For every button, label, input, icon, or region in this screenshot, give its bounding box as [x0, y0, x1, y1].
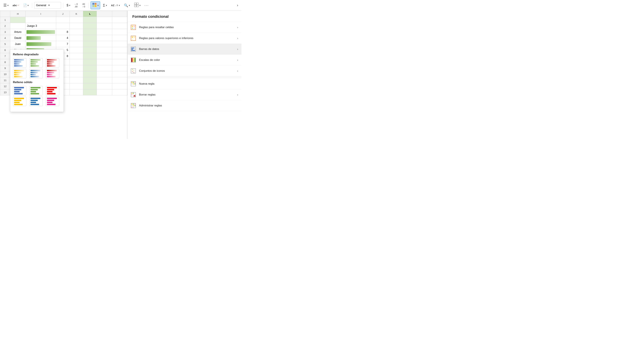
conditional-format-button[interactable] [90, 1, 100, 9]
svg-rect-21 [131, 50, 135, 51]
relleno-item-sol-blue[interactable] [13, 86, 26, 95]
cell-K5[interactable] [70, 41, 83, 47]
relleno-item-sol-pink[interactable] [46, 97, 59, 106]
search-button[interactable]: 🔍 [122, 2, 131, 8]
cell-N6[interactable] [112, 47, 127, 53]
relleno-item-deg-red[interactable] [46, 58, 59, 67]
value-cell-juan[interactable]: 7 [56, 41, 70, 47]
relleno-item-sol-blue2[interactable] [29, 97, 43, 106]
relleno-item-deg-pink[interactable] [46, 69, 59, 78]
cell-M7[interactable] [97, 53, 112, 59]
name-cell-david[interactable]: David [10, 35, 26, 41]
value-cell-david[interactable]: 4 [56, 35, 70, 41]
bar-cell-david[interactable] [26, 35, 56, 41]
cell-M3[interactable] [97, 29, 112, 35]
bar-preview-row [47, 100, 54, 101]
sigma-button[interactable] [102, 2, 108, 8]
cell-K2[interactable] [70, 23, 83, 29]
cell-K7[interactable] [70, 53, 83, 59]
formato-menu-item-nueva[interactable]: Nueva regla [128, 78, 242, 89]
cell-N4[interactable] [112, 35, 127, 41]
cell-L4[interactable] [83, 35, 97, 41]
cell-K3[interactable] [70, 29, 83, 35]
formato-menu-item-borrar[interactable]: Borrar reglas › [128, 89, 242, 100]
cell-M2[interactable] [97, 23, 112, 29]
cell-M5[interactable] [97, 41, 112, 47]
svg-rect-34 [131, 82, 132, 83]
cell-N7[interactable] [112, 53, 127, 59]
table-row: 5 Juan 7 [0, 41, 128, 47]
cell-L3[interactable] [83, 29, 97, 35]
col-header-H[interactable]: H [10, 11, 26, 17]
dollar-button[interactable] [65, 2, 72, 8]
formato-menu-item-resaltar[interactable]: Reglas para resaltar celdas › [128, 22, 242, 33]
formato-panel-title: Formato condicional [128, 11, 242, 22]
cell-N5[interactable] [112, 41, 127, 47]
cell-L5[interactable] [83, 41, 97, 47]
cell-J1[interactable] [56, 17, 70, 23]
relleno-item-deg-blue2[interactable] [29, 69, 43, 78]
svg-rect-39 [134, 83, 136, 84]
decimal-decrease-button[interactable]: .00→0 [80, 2, 86, 9]
relleno-item-sol-yellow[interactable] [13, 97, 26, 106]
col-header-K[interactable]: K [70, 11, 83, 17]
cell-N2[interactable] [112, 23, 127, 29]
relleno-item-deg-blue[interactable] [13, 58, 26, 67]
cell-M1[interactable] [97, 17, 112, 23]
cell-K4[interactable] [70, 35, 83, 41]
cell-L2[interactable] [83, 23, 97, 29]
name-cell-juan[interactable]: Juan [10, 41, 26, 47]
formato-menu-item-administrar[interactable]: Administrar reglas [128, 100, 242, 111]
barras-icon [130, 46, 136, 52]
cell-I1[interactable] [26, 17, 56, 23]
formato-menu-item-superiores[interactable]: Reglas para valores superiores e inferio… [128, 33, 242, 44]
bar-preview-row [47, 65, 56, 66]
col-header-I[interactable]: I [26, 11, 56, 17]
svg-rect-41 [131, 93, 132, 94]
relleno-item-deg-yellow[interactable] [13, 69, 26, 78]
bar-preview-row [47, 74, 52, 75]
bar-cell-juan[interactable] [26, 41, 56, 47]
formato-menu-item-escalas[interactable]: Escalas de color › [128, 55, 242, 65]
cell-N3[interactable] [112, 29, 127, 35]
bar-preview-row [47, 61, 54, 62]
cell-L7[interactable] [83, 53, 97, 59]
value-cell-arturo[interactable]: 8 [56, 29, 70, 35]
cell-H1[interactable] [10, 17, 26, 23]
cell-H2[interactable] [10, 23, 26, 29]
expand-button[interactable]: › [236, 2, 240, 8]
bar-preview-row [47, 91, 52, 92]
format-dropdown[interactable]: General ▾ [34, 2, 61, 9]
spellcheck-button[interactable]: abc ↩ [11, 3, 20, 8]
cell-K1[interactable] [70, 17, 83, 23]
bar-preview-row [30, 93, 39, 94]
cell-L1[interactable] [83, 17, 97, 23]
cell-K6[interactable] [70, 47, 83, 53]
name-cell-arturo[interactable]: Arturo [10, 29, 26, 35]
formato-menu-item-barras[interactable]: Barras de datos › [128, 44, 242, 55]
cell-N1[interactable] [112, 17, 127, 23]
formato-menu-item-iconos[interactable]: ▲ ■ ▼ Conjuntos de iconos › [128, 65, 242, 76]
format-dropdown-arrow: ▾ [48, 3, 59, 7]
col-header-N[interactable] [112, 11, 127, 17]
cell-M4[interactable] [97, 35, 112, 41]
page-layout-button[interactable]: 📄 [22, 2, 30, 8]
relleno-item-deg-green[interactable] [29, 58, 43, 67]
table-button[interactable] [133, 1, 142, 9]
bar-wrapper [26, 36, 55, 40]
relleno-item-sol-red[interactable] [46, 86, 59, 95]
hamburger-button[interactable] [2, 2, 10, 8]
col-header-L[interactable]: L [83, 11, 97, 17]
col-header-M[interactable] [97, 11, 112, 17]
decimal-increase-button[interactable]: ←0.00 [73, 2, 79, 9]
relleno-degradado-title: Relleno degradado [13, 53, 61, 56]
sort-button[interactable]: AZ ↓⇕ [110, 2, 121, 8]
more-button[interactable]: ··· [143, 2, 150, 8]
col-header-J[interactable]: J [56, 11, 70, 17]
cell-J2[interactable] [56, 23, 70, 29]
cell-I2-header[interactable]: Juego 3 [26, 23, 56, 29]
cell-L6[interactable] [83, 47, 97, 53]
bar-cell-arturo[interactable] [26, 29, 56, 35]
cell-M6[interactable] [97, 47, 112, 53]
relleno-item-sol-green[interactable] [29, 86, 43, 95]
